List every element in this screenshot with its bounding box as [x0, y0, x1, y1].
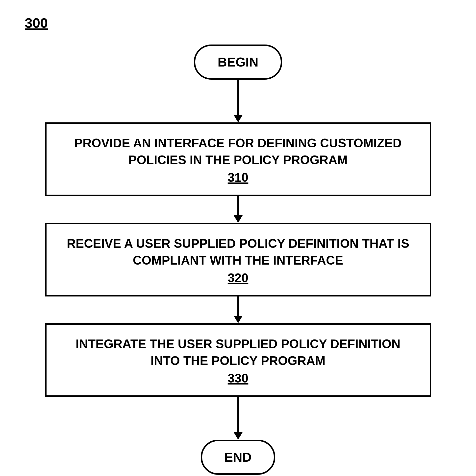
arrowhead-icon	[234, 215, 243, 223]
process-text: INTEGRATE THE USER SUPPLIED POLICY DEFIN…	[61, 336, 415, 369]
connector-2	[234, 196, 243, 223]
process-number: 330	[61, 371, 415, 385]
process-text: PROVIDE AN INTERFACE FOR DEFINING CUSTOM…	[61, 135, 415, 168]
process-step-330: INTEGRATE THE USER SUPPLIED POLICY DEFIN…	[45, 323, 431, 397]
connector-line	[237, 80, 239, 115]
connector-4	[234, 397, 243, 440]
process-step-320: RECEIVE A USER SUPPLIED POLICY DEFINITIO…	[45, 223, 431, 296]
flowchart-container: BEGIN PROVIDE AN INTERFACE FOR DEFINING …	[45, 45, 431, 475]
connector-line	[237, 397, 239, 433]
process-number: 320	[61, 271, 415, 285]
arrowhead-icon	[234, 316, 243, 323]
connector-line	[237, 196, 239, 216]
connector-3	[234, 296, 243, 323]
process-number: 310	[61, 170, 415, 185]
end-terminal: END	[201, 440, 276, 475]
arrowhead-icon	[234, 432, 243, 440]
connector-line	[237, 296, 239, 316]
figure-number: 300	[25, 15, 48, 31]
process-step-310: PROVIDE AN INTERFACE FOR DEFINING CUSTOM…	[45, 122, 431, 196]
process-text: RECEIVE A USER SUPPLIED POLICY DEFINITIO…	[61, 235, 415, 269]
connector-1	[234, 80, 243, 122]
arrowhead-icon	[234, 115, 243, 122]
begin-terminal: BEGIN	[194, 45, 282, 80]
